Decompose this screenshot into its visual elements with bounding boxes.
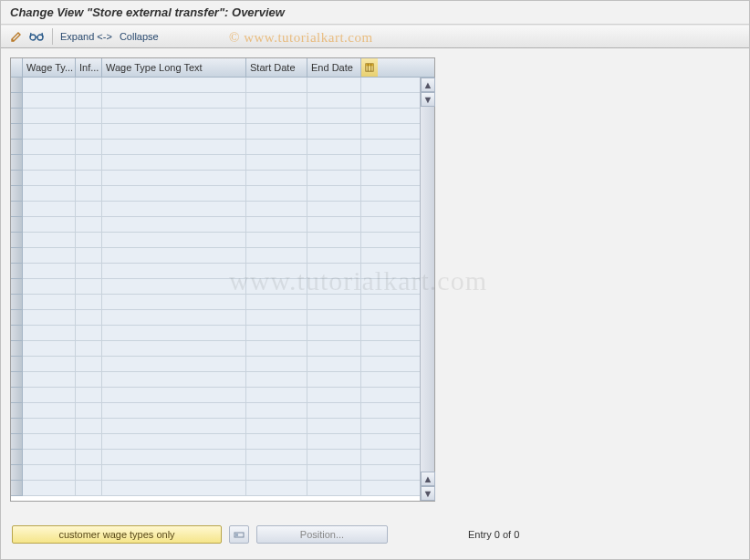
table-row[interactable]: [11, 186, 420, 202]
row-selector[interactable]: [11, 171, 23, 186]
cell[interactable]: [102, 155, 246, 171]
cell[interactable]: [246, 450, 307, 465]
cell[interactable]: [246, 465, 307, 481]
cell[interactable]: [246, 155, 307, 171]
cell[interactable]: [246, 233, 307, 248]
cell[interactable]: [246, 357, 307, 372]
cell[interactable]: [307, 481, 361, 496]
cell[interactable]: [76, 264, 102, 279]
cell[interactable]: [102, 140, 246, 155]
cell[interactable]: [307, 419, 361, 434]
cell[interactable]: [307, 93, 361, 109]
row-selector[interactable]: [11, 109, 23, 124]
row-selector[interactable]: [11, 124, 23, 140]
cell[interactable]: [76, 481, 102, 496]
cell[interactable]: [76, 171, 102, 186]
cell[interactable]: [307, 388, 361, 403]
row-selector[interactable]: [11, 357, 23, 372]
cell[interactable]: [76, 372, 102, 388]
cell[interactable]: [307, 202, 361, 217]
cell[interactable]: [246, 202, 307, 217]
cell[interactable]: [102, 326, 246, 341]
cell[interactable]: [307, 186, 361, 202]
cell[interactable]: [307, 171, 361, 186]
configure-columns-icon[interactable]: [361, 58, 378, 77]
row-selector[interactable]: [11, 450, 23, 465]
cell[interactable]: [23, 295, 76, 310]
row-selector[interactable]: [11, 341, 23, 357]
row-selector[interactable]: [11, 264, 23, 279]
row-selector[interactable]: [11, 481, 23, 496]
cell[interactable]: [23, 109, 76, 124]
cell[interactable]: [102, 295, 246, 310]
cell[interactable]: [76, 78, 102, 93]
row-selector[interactable]: [11, 155, 23, 171]
cell[interactable]: [102, 310, 246, 326]
row-selector-header[interactable]: [11, 58, 23, 77]
cell[interactable]: [307, 124, 361, 140]
position-icon-button[interactable]: [229, 525, 249, 544]
table-row[interactable]: [11, 93, 420, 109]
cell[interactable]: [23, 279, 76, 295]
cell[interactable]: [246, 264, 307, 279]
cell[interactable]: [23, 341, 76, 357]
table-row[interactable]: [11, 434, 420, 450]
column-header-wage-type[interactable]: Wage Ty...: [23, 58, 76, 77]
cell[interactable]: [23, 419, 76, 434]
cell[interactable]: [23, 264, 76, 279]
cell[interactable]: [23, 124, 76, 140]
table-row[interactable]: [11, 279, 420, 295]
column-header-end-date[interactable]: End Date: [307, 58, 361, 77]
collapse-button[interactable]: Collapse: [120, 31, 159, 42]
cell[interactable]: [76, 140, 102, 155]
column-header-inf[interactable]: Inf...: [76, 58, 102, 77]
cell[interactable]: [23, 403, 76, 419]
cell[interactable]: [76, 202, 102, 217]
row-selector[interactable]: [11, 202, 23, 217]
glasses-icon[interactable]: [28, 28, 45, 45]
cell[interactable]: [307, 357, 361, 372]
cell[interactable]: [246, 124, 307, 140]
cell[interactable]: [246, 388, 307, 403]
table-row[interactable]: [11, 481, 420, 496]
cell[interactable]: [76, 186, 102, 202]
table-row[interactable]: [11, 264, 420, 279]
vertical-scrollbar[interactable]: ▲ ▼ ▲ ▼: [420, 78, 434, 501]
table-row[interactable]: [11, 124, 420, 140]
cell[interactable]: [307, 310, 361, 326]
cell[interactable]: [246, 295, 307, 310]
cell[interactable]: [307, 465, 361, 481]
cell[interactable]: [307, 372, 361, 388]
cell[interactable]: [76, 388, 102, 403]
row-selector[interactable]: [11, 279, 23, 295]
cell[interactable]: [76, 403, 102, 419]
cell[interactable]: [102, 279, 246, 295]
cell[interactable]: [23, 481, 76, 496]
cell[interactable]: [102, 217, 246, 233]
table-row[interactable]: [11, 140, 420, 155]
row-selector[interactable]: [11, 419, 23, 434]
table-row[interactable]: [11, 310, 420, 326]
row-selector[interactable]: [11, 186, 23, 202]
cell[interactable]: [246, 372, 307, 388]
cell[interactable]: [76, 357, 102, 372]
row-selector[interactable]: [11, 248, 23, 264]
scroll-down-bottom-icon[interactable]: ▼: [421, 486, 435, 501]
cell[interactable]: [246, 93, 307, 109]
cell[interactable]: [246, 310, 307, 326]
cell[interactable]: [102, 372, 246, 388]
cell[interactable]: [76, 155, 102, 171]
cell[interactable]: [102, 109, 246, 124]
cell[interactable]: [246, 434, 307, 450]
customer-wage-types-button[interactable]: customer wage types only: [12, 525, 222, 544]
edit-icon[interactable]: [8, 28, 25, 45]
table-row[interactable]: [11, 357, 420, 372]
column-header-wage-long-text[interactable]: Wage Type Long Text: [102, 58, 246, 77]
cell[interactable]: [307, 434, 361, 450]
expand-button[interactable]: Expand <->: [60, 31, 112, 42]
row-selector[interactable]: [11, 140, 23, 155]
cell[interactable]: [307, 233, 361, 248]
cell[interactable]: [102, 434, 246, 450]
cell[interactable]: [23, 202, 76, 217]
cell[interactable]: [76, 310, 102, 326]
